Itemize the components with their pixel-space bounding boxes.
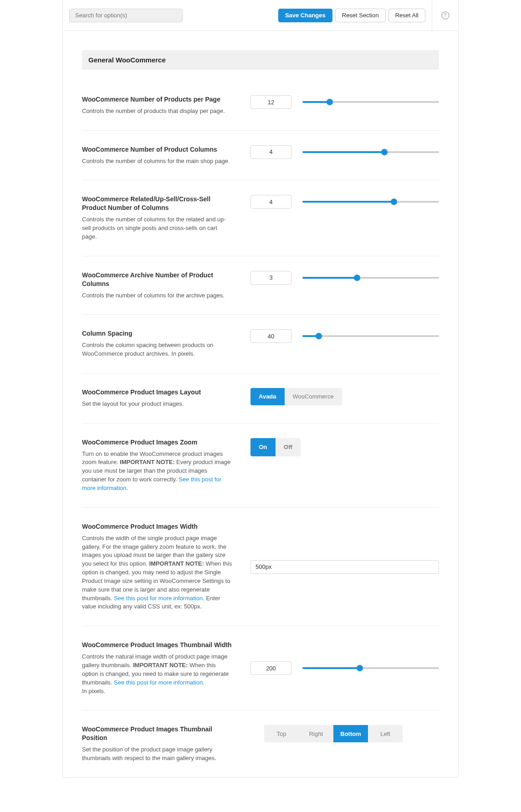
related-columns-input[interactable]: [250, 195, 291, 209]
in-pixels: In pixels.: [82, 688, 105, 695]
option-title: WooCommerce Product Images Thumbnail Wid…: [82, 641, 232, 649]
important-note: IMPORTANT NOTE:: [120, 459, 174, 465]
section-header: General WooCommerce: [82, 50, 439, 70]
option-title: WooCommerce Product Images Width: [82, 522, 232, 531]
option-title: WooCommerce Number of Product Columns: [82, 145, 232, 154]
thumb-position-buttons: Top Right Bottom Left: [264, 725, 403, 742]
product-columns-input[interactable]: [250, 145, 291, 159]
products-per-page-input[interactable]: [250, 95, 291, 109]
option-images-width: WooCommerce Product Images Width Control…: [82, 522, 439, 626]
thumb-position-left[interactable]: Left: [368, 725, 403, 742]
option-thumb-width: WooCommerce Product Images Thumbnail Wid…: [82, 641, 439, 710]
images-zoom-toggle: On Off: [250, 438, 301, 456]
option-product-columns: WooCommerce Number of Product Columns Co…: [82, 145, 439, 181]
archive-columns-input[interactable]: [250, 271, 291, 285]
reset-section-button[interactable]: Reset Section: [335, 9, 386, 22]
option-archive-columns: WooCommerce Archive Number of Product Co…: [82, 271, 439, 315]
images-layout-buttons: Avada WooCommerce: [250, 388, 342, 405]
option-title: WooCommerce Product Images Layout: [82, 388, 232, 397]
option-images-zoom: WooCommerce Product Images Zoom Turn on …: [82, 438, 439, 508]
thumb-width-input[interactable]: [250, 661, 291, 675]
topbar: Save Changes Reset Section Reset All ?: [63, 0, 458, 31]
thumb-width-slider[interactable]: [302, 661, 439, 675]
images-zoom-off[interactable]: Off: [276, 438, 301, 456]
important-note: IMPORTANT NOTE:: [149, 560, 204, 567]
option-desc: Controls the number of columns for the a…: [82, 291, 232, 300]
option-desc: Set the layout for your product images.: [82, 400, 232, 409]
images-zoom-on[interactable]: On: [250, 438, 276, 456]
option-column-spacing: Column Spacing Controls the column spaci…: [82, 329, 439, 373]
option-desc: Controls the column spacing between prod…: [82, 341, 232, 358]
search-input[interactable]: [69, 9, 183, 22]
product-columns-slider[interactable]: [302, 145, 439, 159]
images-layout-woocommerce[interactable]: WooCommerce: [285, 388, 342, 405]
option-desc: Set the position of the product page ima…: [82, 746, 232, 763]
thumb-position-bottom[interactable]: Bottom: [333, 725, 368, 742]
reset-all-button[interactable]: Reset All: [388, 9, 425, 22]
option-title: Column Spacing: [82, 329, 232, 338]
option-title: WooCommerce Product Images Thumbnail Pos…: [82, 725, 232, 742]
related-columns-slider[interactable]: [302, 195, 439, 209]
images-layout-avada[interactable]: Avada: [250, 388, 285, 405]
option-thumb-position: WooCommerce Product Images Thumbnail Pos…: [82, 725, 439, 777]
help-icon[interactable]: ?: [441, 11, 449, 20]
important-note: IMPORTANT NOTE:: [133, 662, 188, 669]
option-related-columns: WooCommerce Related/Up-Sell/Cross-Sell P…: [82, 195, 439, 256]
option-desc: Turn on to enable the WooCommerce produc…: [82, 450, 232, 493]
option-title: WooCommerce Archive Number of Product Co…: [82, 271, 232, 288]
products-per-page-slider[interactable]: [302, 95, 439, 109]
thumb-info-link[interactable]: See this post for more information.: [114, 679, 204, 686]
thumb-position-right[interactable]: Right: [299, 725, 333, 742]
option-title: WooCommerce Number of Products per Page: [82, 95, 232, 104]
column-spacing-input[interactable]: [250, 329, 291, 343]
images-width-input[interactable]: [250, 560, 439, 574]
option-title: WooCommerce Related/Up-Sell/Cross-Sell P…: [82, 195, 232, 212]
option-desc: Controls the number of columns for the r…: [82, 215, 232, 241]
option-products-per-page: WooCommerce Number of Products per Page …: [82, 95, 439, 131]
option-desc: Controls the natural image width of prod…: [82, 653, 232, 695]
archive-columns-slider[interactable]: [302, 271, 439, 285]
option-desc: Controls the number of columns for the m…: [82, 157, 232, 166]
save-changes-button[interactable]: Save Changes: [278, 9, 332, 22]
option-images-layout: WooCommerce Product Images Layout Set th…: [82, 388, 439, 424]
option-desc: Controls the number of products that dis…: [82, 107, 232, 116]
option-title: WooCommerce Product Images Zoom: [82, 438, 232, 447]
option-desc: Controls the width of the single product…: [82, 534, 232, 612]
width-info-link[interactable]: See this post for more information.: [114, 595, 204, 602]
thumb-position-top[interactable]: Top: [264, 725, 299, 742]
column-spacing-slider[interactable]: [302, 329, 439, 343]
